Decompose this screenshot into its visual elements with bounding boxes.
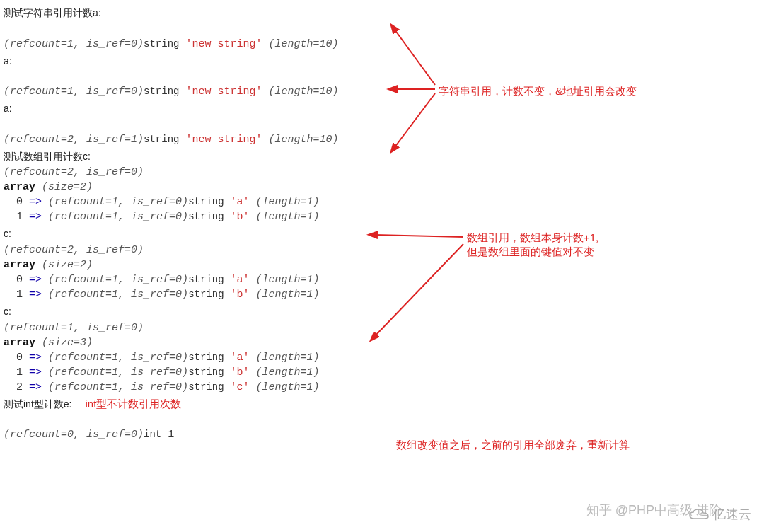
title-c-3: c: (4, 305, 760, 319)
dump-line-2: (refcount=1, is_ref=0)string 'new string… (4, 69, 760, 99)
type-label: string (188, 196, 224, 207)
refcount-text: (refcount=1, is_ref=0) (48, 289, 188, 301)
arrow: => (29, 366, 42, 378)
refcount-text: (refcount=2, is_ref=1) (4, 134, 144, 146)
note-array-changed: 数组改变值之后，之前的引用全部废弃，重新计算 (396, 437, 630, 452)
note-array-reference-line1: 数组引用，数组本身计数+1, (467, 230, 598, 245)
index: 0 (16, 352, 23, 364)
length-text: (length=1) (256, 196, 320, 208)
array1-row-0: 0 => (refcount=1, is_ref=0)string 'a' (l… (4, 195, 760, 209)
arrow: => (29, 274, 42, 286)
refcount-text: (refcount=1, is_ref=0) (4, 322, 144, 334)
index: 1 (16, 289, 23, 301)
index: 1 (16, 366, 23, 378)
type-label: string (188, 289, 224, 300)
type-label: int (144, 429, 161, 440)
dump-line-3: (refcount=2, is_ref=1)string 'new string… (4, 117, 760, 147)
title-c-2: c: (4, 227, 760, 241)
length-text: (length=10) (269, 86, 339, 98)
array1-row-1: 1 => (refcount=1, is_ref=0)string 'b' (l… (4, 209, 760, 224)
length-text: (length=1) (256, 289, 320, 301)
length-text: (length=1) (256, 352, 320, 364)
type-label: string (144, 86, 179, 97)
string-value: 'new string' (185, 86, 262, 98)
title-test-int-e: 测试int型计数e: (4, 398, 71, 412)
title-test-string-a: 测试字符串引用计数a: (4, 6, 760, 21)
refcount-text: (refcount=1, is_ref=0) (4, 38, 144, 50)
array-size: (size=2) (42, 181, 93, 193)
string-value: 'c' (231, 381, 250, 393)
note-string-reference: 字符串引用，计数不变，&地址引用会改变 (439, 83, 637, 98)
title-test-array-c: 测试数组引用计数c: (4, 150, 760, 164)
array1-refcount: (refcount=2, is_ref=0) (4, 165, 760, 180)
refcount-text: (refcount=1, is_ref=0) (48, 196, 188, 208)
array-keyword: array (4, 259, 35, 271)
type-label: string (188, 211, 224, 222)
type-label: string (188, 352, 224, 363)
array-size: (size=2) (42, 259, 93, 271)
arrow: => (29, 381, 42, 393)
note-array-reference-line2: 但是数组里面的键值对不变 (467, 244, 594, 259)
index: 2 (16, 381, 23, 393)
index: 0 (16, 196, 23, 208)
length-text: (length=10) (269, 38, 339, 50)
array-size: (size=3) (42, 337, 93, 349)
dump-int-line: (refcount=0, is_ref=0)int 1 (4, 412, 760, 442)
array2-row-0: 0 => (refcount=1, is_ref=0)string 'a' (l… (4, 272, 760, 287)
array3-row-2: 2 => (refcount=1, is_ref=0)string 'c' (l… (4, 380, 760, 395)
refcount-text: (refcount=1, is_ref=0) (48, 274, 188, 286)
array3-row-0: 0 => (refcount=1, is_ref=0)string 'a' (l… (4, 350, 760, 365)
type-label: string (144, 134, 179, 145)
array-keyword: array (4, 181, 35, 193)
refcount-text: (refcount=0, is_ref=0) (4, 429, 144, 441)
index: 0 (16, 274, 23, 286)
length-text: (length=1) (256, 274, 320, 286)
watermark-yisu: 亿速云 (688, 506, 751, 524)
string-value: 'b' (231, 366, 250, 378)
arrow: => (29, 211, 42, 223)
refcount-text: (refcount=1, is_ref=0) (48, 352, 188, 364)
note-int-no-refcount: int型不计数引用次数 (85, 398, 181, 410)
refcount-text: (refcount=1, is_ref=0) (48, 381, 188, 393)
array2-refcount: (refcount=2, is_ref=0) (4, 243, 760, 258)
array-keyword: array (4, 337, 35, 349)
type-label: string (188, 274, 224, 285)
index: 1 (16, 211, 23, 223)
string-value: 'new string' (185, 38, 262, 50)
length-text: (length=1) (256, 366, 320, 378)
int-value: 1 (168, 429, 174, 441)
array1-header: array (size=2) (4, 180, 760, 195)
refcount-text: (refcount=1, is_ref=0) (48, 366, 188, 378)
type-label: string (144, 38, 179, 50)
string-value: 'a' (231, 352, 250, 364)
length-text: (length=1) (256, 211, 320, 223)
watermark-yisu-text: 亿速云 (713, 507, 751, 521)
string-value: 'a' (231, 274, 250, 286)
refcount-text: (refcount=1, is_ref=0) (48, 211, 188, 223)
array3-header: array (size=3) (4, 335, 760, 350)
type-label: string (188, 381, 224, 393)
title-a-2: a: (4, 54, 760, 69)
length-text: (length=1) (256, 381, 320, 393)
string-value: 'new string' (185, 134, 262, 146)
title-a-3: a: (4, 102, 760, 116)
refcount-text: (refcount=1, is_ref=0) (4, 86, 144, 98)
refcount-text: (refcount=2, is_ref=0) (4, 166, 144, 178)
string-value: 'b' (231, 211, 250, 223)
array2-header: array (size=2) (4, 258, 760, 272)
string-value: 'a' (231, 196, 250, 208)
array3-refcount: (refcount=1, is_ref=0) (4, 320, 760, 335)
refcount-text: (refcount=2, is_ref=0) (4, 244, 144, 256)
arrow: => (29, 196, 42, 208)
array2-row-1: 1 => (refcount=1, is_ref=0)string 'b' (l… (4, 287, 760, 302)
length-text: (length=10) (269, 134, 339, 146)
string-value: 'b' (231, 289, 250, 301)
arrow: => (29, 289, 42, 301)
dump-line-1: (refcount=1, is_ref=0)string 'new string… (4, 22, 760, 52)
type-label: string (188, 366, 224, 378)
arrow: => (29, 352, 42, 364)
array3-row-1: 1 => (refcount=1, is_ref=0)string 'b' (l… (4, 365, 760, 380)
